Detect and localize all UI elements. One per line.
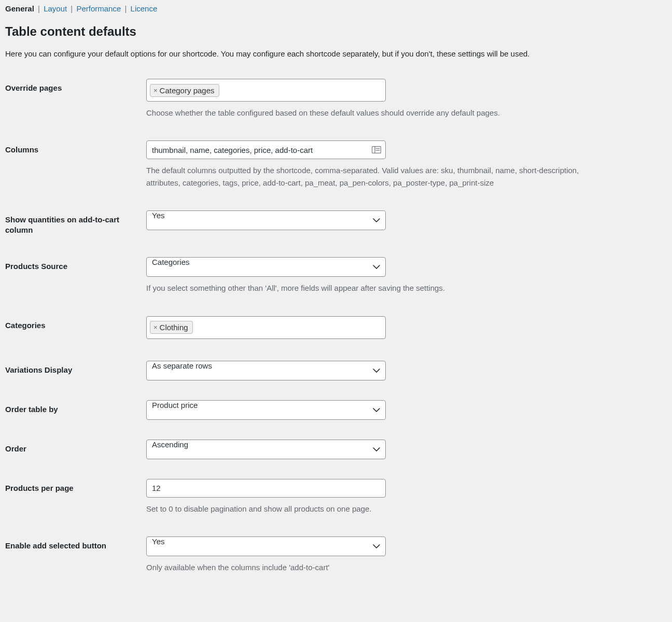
settings-tabs: General | Layout | Performance | Licence: [5, 4, 667, 13]
columns-help: The default columns outputted by the sho…: [146, 164, 597, 189]
tab-separator: |: [38, 4, 40, 13]
order-label: Order: [5, 440, 146, 454]
categories-input[interactable]: × Clothing: [146, 316, 386, 339]
tab-separator: |: [124, 4, 127, 13]
per-page-label: Products per page: [5, 479, 146, 493]
per-page-input[interactable]: [146, 479, 386, 498]
tag-label: Category pages: [160, 86, 215, 95]
per-page-help: Set to 0 to disable pagination and show …: [146, 503, 597, 515]
page-description: Here you can configure your default opti…: [5, 49, 667, 58]
add-selected-select[interactable]: Yes: [146, 536, 386, 556]
add-selected-label: Enable add selected button: [5, 536, 146, 551]
columns-input[interactable]: [146, 140, 386, 159]
tab-licence[interactable]: Licence: [131, 4, 158, 13]
products-source-label: Products Source: [5, 257, 146, 272]
tab-separator: |: [71, 4, 73, 13]
categories-tag[interactable]: × Clothing: [150, 321, 193, 334]
show-quantities-select[interactable]: Yes: [146, 210, 386, 230]
override-pages-input[interactable]: × Category pages: [146, 79, 386, 102]
tab-general[interactable]: General: [5, 4, 34, 13]
columns-label: Columns: [5, 140, 146, 155]
categories-label: Categories: [5, 316, 146, 331]
order-select[interactable]: Ascending: [146, 440, 386, 459]
remove-tag-icon[interactable]: ×: [153, 324, 158, 331]
override-pages-help: Choose whether the table configured base…: [146, 107, 597, 119]
variations-display-select[interactable]: As separate rows: [146, 361, 386, 380]
show-quantities-label: Show quantities on add-to-cart column: [5, 210, 146, 236]
override-pages-tag[interactable]: × Category pages: [150, 84, 219, 97]
override-pages-label: Override pages: [5, 79, 146, 93]
add-selected-help: Only available when the columns include …: [146, 561, 597, 573]
variations-display-label: Variations Display: [5, 361, 146, 375]
products-source-help: If you select something other than 'All'…: [146, 282, 597, 294]
products-source-select[interactable]: Categories: [146, 257, 386, 277]
page-title: Table content defaults: [5, 24, 667, 39]
tab-performance[interactable]: Performance: [76, 4, 121, 13]
remove-tag-icon[interactable]: ×: [153, 87, 158, 94]
tag-label: Clothing: [160, 323, 188, 332]
order-by-label: Order table by: [5, 400, 146, 415]
tab-layout[interactable]: Layout: [44, 4, 67, 13]
order-by-select[interactable]: Product price: [146, 400, 386, 420]
